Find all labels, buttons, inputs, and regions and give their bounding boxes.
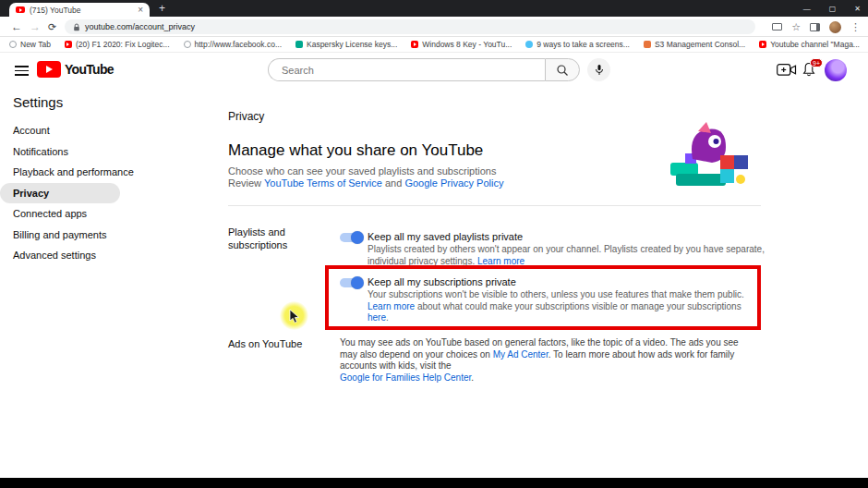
globe-icon — [184, 41, 191, 48]
settings-title: Settings — [13, 94, 63, 110]
menu-hamburger-icon[interactable] — [15, 66, 29, 76]
forward-icon[interactable]: → — [30, 19, 41, 34]
page-subtitle: Choose who can see your saved playlists … — [228, 165, 496, 177]
playlists-private-label: Keep all my saved playlists private — [368, 231, 523, 242]
search-input[interactable] — [282, 65, 522, 76]
browser-profile-avatar[interactable] — [829, 21, 841, 33]
create-video-icon — [777, 63, 797, 77]
youtube-icon — [411, 41, 418, 48]
aws-icon — [644, 41, 651, 48]
sidebar-item-privacy[interactable]: Privacy — [0, 183, 120, 204]
terms-of-service-link[interactable]: YouTube Terms of Service — [264, 177, 382, 189]
toolbar-actions: ☆ ⋮ — [772, 18, 861, 35]
privacy-illustration — [667, 120, 752, 198]
voice-search-button[interactable] — [587, 58, 610, 81]
tab-close-icon[interactable]: × — [138, 6, 143, 15]
youtube-favicon-icon — [16, 6, 25, 13]
bookmark-item[interactable]: http://www.facebook.co... — [184, 40, 283, 49]
section-divider — [228, 205, 761, 206]
send-to-device-icon[interactable] — [772, 23, 782, 30]
browser-tab[interactable]: (715) YouTube × — [9, 3, 150, 17]
reload-icon[interactable]: ⟳ — [48, 19, 56, 34]
subscriptions-private-toggle[interactable] — [340, 276, 364, 289]
search-input-wrapper — [268, 58, 545, 81]
youtube-play-icon — [37, 61, 61, 78]
sidebar-item-playback[interactable]: Playback and performance — [0, 162, 212, 183]
create-video-button[interactable] — [777, 63, 797, 80]
subscriptions-private-label: Keep all my subscriptions private — [368, 276, 516, 287]
playlists-private-toggle[interactable] — [340, 231, 364, 244]
mouse-cursor — [289, 309, 300, 328]
learn-more-link[interactable]: Learn more — [368, 301, 415, 311]
bookmark-item[interactable]: Windows 8 Key - YouTu... — [411, 40, 512, 49]
browser-window: (715) YouTube × + — ▢ ✕ ← → ⟳ youtube.co… — [0, 0, 868, 488]
bookmarks-bar: New Tab (20) F1 2020: Fix Logitec... htt… — [0, 37, 868, 53]
sidebar-item-connected-apps[interactable]: Connected apps — [0, 203, 212, 225]
bookmark-item[interactable]: Youtube channel "Maga... — [759, 40, 860, 49]
kaspersky-icon — [295, 41, 303, 48]
address-bar[interactable]: youtube.com/account_privacy — [65, 19, 755, 34]
playlists-private-desc: Playlists created by others won't appear… — [368, 244, 765, 267]
google-families-help-link[interactable]: Google for Families Help Center — [340, 372, 471, 383]
bookmark-item[interactable]: Kaspersky License keys... — [295, 40, 397, 49]
sidebar-item-account[interactable]: Account — [0, 120, 212, 141]
section-label-ads: Ads on YouTube — [228, 337, 332, 350]
sidebar-item-notifications[interactable]: Notifications — [0, 141, 212, 163]
section-label-playlists: Playlists and subscriptions — [228, 226, 332, 251]
minimize-icon[interactable]: — — [803, 5, 811, 13]
sidebar-item-billing[interactable]: Billing and payments — [0, 225, 212, 246]
browser-menu-icon[interactable]: ⋮ — [850, 22, 861, 32]
learn-more-link[interactable]: Learn more — [477, 256, 524, 266]
sidebar-item-advanced[interactable]: Advanced settings — [0, 245, 212, 266]
youtube-icon — [65, 41, 72, 48]
globe-icon — [9, 41, 17, 48]
page-breadcrumb: Privacy — [228, 110, 264, 123]
page-title: Manage what you share on YouTube — [228, 141, 483, 160]
youtube-logo[interactable]: YouTube — [37, 61, 114, 78]
bookmark-item[interactable]: 9 ways to take a screens... — [525, 40, 630, 49]
notification-badge: 9+ — [810, 58, 823, 67]
browser-titlebar: (715) YouTube × + — ▢ ✕ — [0, 0, 868, 17]
review-links-line: Review YouTube Terms of Service and Goog… — [228, 177, 503, 189]
close-window-icon[interactable]: ✕ — [854, 5, 861, 13]
search-button[interactable] — [545, 58, 580, 81]
privacy-policy-link[interactable]: Google Privacy Policy — [404, 177, 503, 189]
url-text: youtube.com/account_privacy — [85, 22, 195, 31]
manage-subscriptions-here-link[interactable]: here — [368, 312, 386, 323]
my-ad-center-link[interactable]: My Ad Center — [493, 349, 549, 360]
ads-description: You may see ads on YouTube based on gene… — [340, 337, 744, 384]
maximize-icon[interactable]: ▢ — [829, 5, 837, 13]
screenshot-icon — [525, 41, 533, 48]
new-tab-button[interactable]: + — [159, 2, 165, 15]
youtube-icon — [759, 41, 766, 48]
account-avatar[interactable] — [825, 59, 847, 81]
mic-icon — [594, 64, 605, 76]
tab-title: (715) YouTube — [30, 6, 133, 15]
browser-toolbar: ← → ⟳ youtube.com/account_privacy ☆ ⋮ — [0, 17, 868, 37]
settings-sidebar: Account Notifications Playback and perfo… — [0, 120, 212, 266]
window-controls: — ▢ ✕ — [803, 0, 861, 17]
bookmark-item[interactable]: New Tab — [9, 40, 51, 49]
bookmark-star-icon[interactable]: ☆ — [791, 22, 801, 32]
search-icon — [556, 64, 569, 77]
back-icon[interactable]: ← — [11, 19, 22, 34]
bottom-letterbox-bar — [0, 478, 868, 488]
subscriptions-private-desc: Your subscriptions won't be visible to o… — [368, 289, 763, 324]
lock-icon — [73, 23, 80, 31]
bookmark-item[interactable]: (20) F1 2020: Fix Logitec... — [65, 40, 170, 49]
side-panel-icon[interactable] — [810, 23, 820, 31]
bookmark-item[interactable]: S3 Management Consol... — [644, 40, 745, 49]
click-highlight — [280, 301, 308, 330]
